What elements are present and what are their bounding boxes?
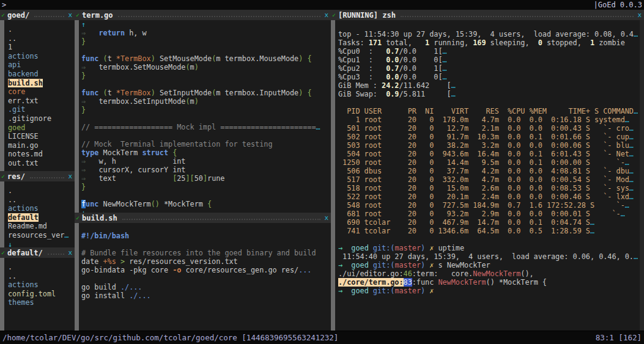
text-line[interactable]: # Bundle file resources into the goed bi…	[81, 249, 331, 257]
text-line[interactable]	[81, 80, 331, 89]
text-line[interactable]: }	[81, 71, 331, 80]
file-list-goed[interactable]: ...1actionsapibackendbuild.shcoreerr.txt…	[4, 20, 75, 171]
text-line[interactable]: ↑	[81, 20, 331, 29]
text-line[interactable]	[81, 191, 331, 200]
text-line[interactable]: }	[81, 183, 331, 191]
text-line[interactable]: %Cpu0 : 0.7/0.0 1[…	[338, 47, 640, 56]
text-line[interactable]: actions	[8, 52, 75, 61]
text-line[interactable]: → goed git:(master) ✗ uptime	[338, 244, 640, 252]
text-line[interactable]	[81, 274, 331, 283]
text-line[interactable]	[81, 223, 331, 232]
text-line[interactable]: resources_ver…	[8, 231, 75, 240]
text-line[interactable]: → goed git:(master) ✗ s NewMockTer	[338, 261, 640, 269]
text-line[interactable]: notes.md	[8, 150, 75, 159]
text-line[interactable]: goed	[8, 123, 75, 133]
text-line[interactable]	[338, 21, 640, 30]
file-list-res[interactable]: ...actionsdefaultReadme.mdresources_ver……	[4, 181, 75, 247]
text-line[interactable]: func (t *TermBox) SetInputMode(m termbox…	[81, 89, 331, 97]
text-line[interactable]: ..	[8, 34, 75, 43]
text-line[interactable]	[338, 235, 640, 244]
editor-build-sh[interactable]: #!/bin/bash# Bundle file resources into …	[79, 223, 331, 331]
text-line[interactable]: 522 root 20 0 20.1m 2.4m 0.0 0.0 0:00.46…	[338, 192, 640, 201]
file-list-default[interactable]: ...actionsconfig.tomlthemes	[4, 258, 75, 331]
text-line[interactable]: ⇒ text [25][50]rune	[81, 174, 331, 183]
text-line[interactable]: Tasks: 171 total, 1 running, 169 sleepin…	[338, 38, 640, 47]
text-line[interactable]: ./ui/editor.go:46:term: core.NewMockTerm…	[338, 269, 640, 278]
terminal-zsh[interactable]: top - 11:54:30 up 27 days, 15:39, 4 user…	[335, 20, 640, 331]
text-line[interactable]: → goed git:(master) ✗	[338, 287, 640, 295]
text-line[interactable]: ⇒ cursorX, cursorY int	[81, 166, 331, 174]
text-line[interactable]: 506 dbus 20 0 37.7m 4.2m 0.0 0.0 4:08.81…	[338, 167, 640, 175]
text-line[interactable]: 11:54:40 up 27 days, 15:39, 4 users, loa…	[338, 252, 640, 261]
text-line[interactable]: build.sh	[8, 79, 75, 88]
text-line[interactable]: GiB Mem : 24.2/11.642 […	[338, 81, 640, 90]
scrollbar[interactable]	[75, 223, 79, 331]
text-line[interactable]: ⇒ termbox.SetMouseMode(m)	[81, 63, 331, 71]
text-line[interactable]: // ================== Mock impl ========…	[81, 123, 331, 131]
panel-zsh-titlebar[interactable]: ✓ [RUNNING] zsh x	[331, 10, 644, 20]
text-line[interactable]: func (t *TermBox) SetMouseMode(m termbox…	[81, 54, 331, 63]
text-line[interactable]: go-bindata -pkg core -o core/resources_g…	[81, 266, 331, 274]
text-line[interactable]: go build ./...	[81, 283, 331, 291]
text-line[interactable]: err.txt	[8, 97, 75, 106]
text-line[interactable]: main.go	[8, 141, 75, 150]
text-line[interactable]	[81, 46, 331, 54]
text-line[interactable]: .gitignore	[8, 114, 75, 123]
scrollbar[interactable]	[0, 20, 4, 171]
text-line[interactable]: #!/bin/bash	[81, 232, 331, 240]
close-view-icon[interactable]: x	[637, 11, 644, 19]
panel-res-titlebar[interactable]: ✓ res/ x	[0, 171, 75, 181]
text-line[interactable]: 502 root 20 0 91.7m 10.3m 0.0 0.1 0:01.6…	[338, 133, 640, 141]
close-view-icon[interactable]: x	[68, 249, 75, 257]
panel-term-go-titlebar[interactable]: ✓ term.go x	[75, 10, 331, 20]
text-line[interactable]: 501 root 20 0 12.7m 2.1m 0.0 0.0 0:00.43…	[338, 124, 640, 133]
text-line[interactable]: 518 root 20 0 15.0m 2.6m 0.0 0.0 0:08.53…	[338, 184, 640, 192]
text-line[interactable]: actions	[8, 280, 75, 290]
scrollbar[interactable]	[0, 181, 4, 247]
close-view-icon[interactable]: x	[68, 11, 75, 19]
text-line[interactable]: .	[8, 25, 75, 34]
text-line[interactable]: 504 root 20 0 943.6m 16.4m 0.0 0.1 6:01.…	[338, 150, 640, 158]
text-line[interactable]: 1250 root 20 0 14.4m 9.5m 0.0 0.1 0:00.0…	[338, 158, 640, 167]
text-line[interactable]: .git	[8, 105, 75, 114]
text-line[interactable]: 741 tcolar 20 0 1346.6m 64.5m 0.0 0.5 1:…	[338, 227, 640, 235]
text-line[interactable]: ./core/term.go:83:func NewMockTerm() *Mo…	[338, 278, 640, 287]
text-line[interactable]: ⇒ w, h int	[81, 157, 331, 166]
panel-build-sh-titlebar[interactable]: ✓ build.sh x	[75, 213, 331, 223]
text-line[interactable]: ..	[8, 196, 75, 205]
text-line[interactable]: 1	[8, 43, 75, 52]
editor-term-go[interactable]: ↑⇒ return h, w}func (t *TermBox) SetMous…	[79, 20, 331, 213]
close-view-icon[interactable]: x	[68, 172, 75, 180]
text-line[interactable]: default	[8, 213, 75, 222]
text-line[interactable]: themes	[8, 298, 75, 307]
text-line[interactable]: %Cpu1 : 0.0/0.0 0[…	[338, 56, 640, 64]
text-line[interactable]: 690 tcolar 20 0 467.9m 14.7m 0.0 0.1 0:0…	[338, 218, 640, 227]
text-line[interactable]: actions	[8, 204, 75, 213]
text-line[interactable]: GiB Swap: 0.9/5.811 […	[338, 90, 640, 98]
panel-goed-titlebar[interactable]: ✓ goed/ x	[0, 10, 75, 20]
text-line[interactable]: 517 root 20 0 332.0m 4.7m 0.0 0.0 0:00.5…	[338, 175, 640, 184]
text-line[interactable]: LICENSE	[8, 132, 75, 141]
text-line[interactable]: PID USER PR NI VIRT RES %CPU %MEM TIME+ …	[338, 107, 640, 115]
text-line[interactable]: ↓	[81, 208, 331, 213]
text-line[interactable]: core	[8, 87, 75, 97]
text-line[interactable]: func NewMockTerm() *MockTerm {	[81, 200, 331, 208]
scrollbar[interactable]	[331, 20, 335, 331]
text-line[interactable]: }	[81, 106, 331, 114]
text-line[interactable]: // Mock Terminal implementation for test…	[81, 140, 331, 148]
scrollbar[interactable]	[0, 258, 4, 331]
text-line[interactable]: backend	[8, 70, 75, 79]
text-line[interactable]	[81, 114, 331, 123]
text-line[interactable]: api	[8, 60, 75, 70]
text-line[interactable]: .	[8, 186, 75, 196]
text-line[interactable]: 548 root 20 0 727.5m 184.9m 0.7 1.6 172:…	[338, 201, 640, 210]
text-line[interactable]: ↓	[8, 240, 75, 247]
scrollbar[interactable]	[75, 20, 79, 213]
text-line[interactable]: date +%s > res/resources_version.txt	[81, 257, 331, 266]
text-line[interactable]: }	[81, 37, 331, 46]
text-line[interactable]: go install ./...	[81, 291, 331, 300]
text-line[interactable]: out.txt	[8, 159, 75, 168]
text-line[interactable]: top - 11:54:30 up 27 days, 15:39, 4 user…	[338, 30, 640, 38]
text-line[interactable]: config.toml	[8, 290, 75, 299]
panel-default-titlebar[interactable]: ✓ default/ x	[0, 247, 75, 258]
